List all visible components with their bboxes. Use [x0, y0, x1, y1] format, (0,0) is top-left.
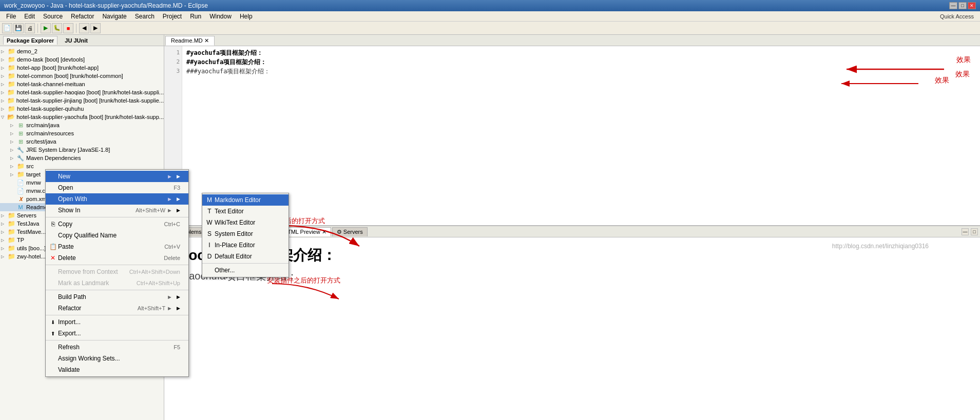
folder-icon: 📁 — [7, 72, 15, 79]
cm-item-open-with[interactable]: Open With ► — [46, 193, 188, 205]
file-icon: 📄 — [16, 179, 25, 186]
tab-readme-md[interactable]: Readme.MD ✕ — [165, 36, 215, 46]
menu-project[interactable]: Project — [159, 12, 186, 21]
tree-label: src/main/resources — [26, 130, 74, 136]
tree-item-demo2[interactable]: ▷ 📁 demo_2 — [0, 47, 164, 55]
close-button[interactable]: ✕ — [968, 2, 976, 9]
cm-refactor-label: Refactor — [58, 305, 138, 312]
tree-item-jre[interactable]: ▷ 🔧 JRE System Library [JavaSE-1.8] — [0, 146, 164, 154]
tree-item-hotel-haoqiao[interactable]: ▷ 📁 hotel-task-supplier-haoqiao [boot] [… — [0, 88, 164, 96]
sm-item-markdown-editor[interactable]: M Markdown Editor — [202, 194, 289, 206]
cm-item-open[interactable]: Open F3 — [46, 182, 188, 193]
tree-label: TP — [17, 237, 24, 243]
cm-item-new[interactable]: New ► — [46, 171, 188, 182]
sm-inplace-editor-label: In-Place Editor — [215, 242, 280, 249]
menu-file[interactable]: File — [2, 12, 20, 21]
cm-assign-working-label: Assign Working Sets... — [58, 355, 180, 362]
cm-item-export[interactable]: ⬆ Export... — [46, 328, 188, 339]
window-controls[interactable]: — □ ✕ — [949, 2, 976, 9]
tree-item-src-main-java[interactable]: ▷ ⊞ src/main/java — [0, 121, 164, 129]
save-button[interactable]: 💾 — [13, 23, 24, 33]
cm-item-show-in[interactable]: Show In Alt+Shift+W ► — [46, 205, 188, 216]
tab-junit[interactable]: JU JUnit — [62, 36, 91, 45]
tree-label: hotel-app [boot] [trunk/hotel-app] — [17, 65, 99, 71]
cm-copy-label: Copy — [58, 221, 164, 228]
text-editor-icon: T — [205, 207, 214, 215]
minimize-panel-button[interactable]: — — [962, 228, 969, 235]
maximize-panel-button[interactable]: □ — [971, 228, 978, 235]
menu-run[interactable]: Run — [186, 12, 205, 21]
tree-label: utils [boo...] — [17, 245, 46, 251]
cm-item-build-path[interactable]: Build Path ► — [46, 291, 188, 303]
cm-copy-qualified-label: Copy Qualified Name — [58, 232, 180, 239]
sm-item-text-editor[interactable]: T Text Editor — [202, 206, 289, 217]
tree-item-hotel-channel[interactable]: ▷ 📁 hotel-task-channel-meituan — [0, 80, 164, 88]
tree-arrow: ▷ — [10, 148, 16, 152]
print-button[interactable]: 🖨 — [25, 23, 35, 33]
sm-item-wikitext-editor[interactable]: W WikiText Editor — [202, 217, 289, 228]
cm-item-import[interactable]: ⬇ Import... — [46, 316, 188, 328]
menu-window[interactable]: Window — [205, 12, 236, 21]
back-button[interactable]: ◀ — [79, 23, 89, 33]
cm-mark-landmark-label: Mark as Landmark — [58, 279, 137, 287]
cm-remove-context-label: Remove from Context — [58, 268, 129, 275]
cm-item-paste[interactable]: 📋 Paste Ctrl+V — [46, 241, 188, 252]
new-button[interactable]: 📄 — [2, 23, 12, 33]
cm-item-refactor[interactable]: Refactor Alt+Shift+T ► — [46, 303, 188, 314]
tab-servers[interactable]: ⚙ Servers — [332, 227, 368, 236]
run-button[interactable]: ▶ — [41, 23, 51, 33]
menu-edit[interactable]: Edit — [20, 12, 39, 21]
menu-refactor[interactable]: Refactor — [67, 12, 98, 21]
tree-item-hotel-yaochufa[interactable]: ▽ 📂 hotel-task-supplier-yaochufa [boot] … — [0, 113, 164, 121]
tree-item-hotel-app[interactable]: ▷ 📁 hotel-app [boot] [trunk/hotel-app] — [0, 64, 164, 72]
quick-access[interactable]: Quick Access — [936, 13, 978, 19]
cm-item-assign-working[interactable]: Assign Working Sets... — [46, 353, 188, 364]
cm-new-shortcut: ► — [167, 173, 172, 179]
cm-delete-label: Delete — [58, 254, 164, 262]
tab-package-explorer[interactable]: Package Explorer — [3, 36, 57, 45]
tree-item-hotel-common[interactable]: ▷ 📁 hotel-common [boot] [trunk/hotel-com… — [0, 72, 164, 80]
debug-button[interactable]: 🐛 — [52, 23, 62, 33]
tree-item-hotel-quhuhu[interactable]: ▷ 📁 hotel-task-supplier-quhuhu — [0, 105, 164, 113]
folder-icon: 📁 — [7, 212, 15, 219]
tree-item-hotel-jinjiang[interactable]: ▷ 📁 hotel-task-supplier-jinjiang [boot] … — [0, 96, 164, 105]
cm-item-copy-qualified[interactable]: Copy Qualified Name — [46, 230, 188, 241]
cm-item-copy[interactable]: ⎘ Copy Ctrl+C — [46, 218, 188, 230]
folder-icon: 📁 — [7, 236, 15, 244]
cm-item-refresh[interactable]: Refresh F5 — [46, 342, 188, 353]
cm-item-mark-landmark[interactable]: Mark as Landmark Ctrl+Alt+Shift+Up — [46, 277, 188, 289]
cm-build-path-shortcut: ► — [167, 294, 172, 300]
cm-separator-5 — [46, 340, 188, 341]
stop-button[interactable]: ■ — [63, 23, 73, 33]
sm-item-other[interactable]: Other... — [202, 265, 289, 276]
menu-navigate[interactable]: Navigate — [98, 12, 130, 21]
menu-search[interactable]: Search — [131, 12, 159, 21]
sm-system-editor-label: System Editor — [215, 230, 280, 237]
preview-url: http://blog.csdn.net/linzhiqiang0316 — [832, 243, 929, 250]
cm-separator-4 — [46, 315, 188, 315]
maximize-button[interactable]: □ — [958, 2, 967, 9]
code-line-2: ##yaochufa项目框架介绍： — [186, 57, 976, 67]
cm-item-validate[interactable]: Validate — [46, 364, 188, 375]
folder-icon: 📁 — [7, 89, 15, 96]
forward-button[interactable]: ▶ — [90, 23, 101, 33]
menu-source[interactable]: Source — [39, 12, 67, 21]
menu-help[interactable]: Help — [236, 12, 257, 21]
tree-item-demo-task[interactable]: ▷ 📁 demo-task [boot] [devtools] — [0, 55, 164, 64]
sm-item-system-editor[interactable]: S System Editor — [202, 228, 289, 239]
cm-item-delete[interactable]: ✕ Delete Delete — [46, 252, 188, 264]
tree-label: src/test/java — [26, 138, 56, 145]
tree-arrow: ▷ — [1, 66, 7, 70]
tree-label: TestMave... — [17, 229, 46, 235]
minimize-button[interactable]: — — [949, 2, 957, 9]
cm-open-with-label: Open With — [58, 195, 167, 203]
tree-label: pom.xml — [26, 196, 48, 202]
tree-item-maven[interactable]: ▷ 🔧 Maven Dependencies — [0, 154, 164, 162]
tree-item-src-main-resources[interactable]: ▷ ⊞ src/main/resources — [0, 129, 164, 137]
tree-item-src-test-java[interactable]: ▷ ⊞ src/test/java — [0, 137, 164, 146]
tree-label: src — [26, 163, 34, 169]
sm-item-default-editor[interactable]: D Default Editor — [202, 251, 289, 262]
folder-icon: 📁 — [7, 253, 15, 260]
sm-item-inplace-editor[interactable]: I In-Place Editor — [202, 239, 289, 251]
cm-item-remove-context[interactable]: Remove from Context Ctrl+Alt+Shift+Down — [46, 266, 188, 277]
